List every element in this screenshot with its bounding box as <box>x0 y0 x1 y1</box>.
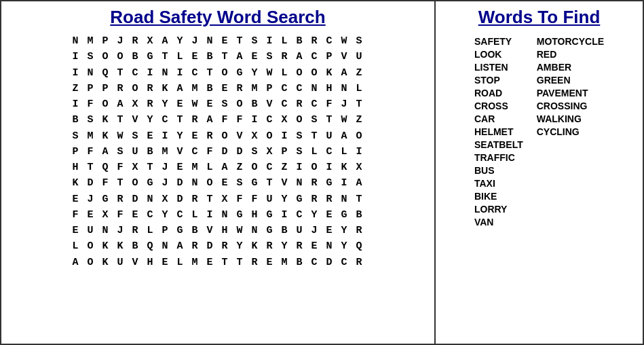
grid-cell: B <box>203 49 218 65</box>
grid-cell: T <box>173 112 188 128</box>
grid-cell: O <box>98 49 113 65</box>
grid-cell: A <box>69 255 83 270</box>
word-item: MOTORCYCLE <box>537 36 604 47</box>
grid-cell: O <box>128 175 143 191</box>
grid-cell: N <box>158 238 173 254</box>
grid-cell: X <box>98 207 113 223</box>
grid-cell: D <box>173 192 188 207</box>
grid-cell: J <box>158 160 173 175</box>
grid-cell: T <box>83 160 98 175</box>
grid-cell: J <box>113 33 128 49</box>
word-item: BIKE <box>474 191 523 202</box>
grid-cell: I <box>173 65 188 81</box>
grid-cell: J <box>158 175 173 191</box>
grid-cell: T <box>263 175 278 191</box>
grid-cell: J <box>307 223 322 238</box>
grid-cell: K <box>98 255 113 270</box>
grid-cell: R <box>292 96 307 112</box>
grid-cell: R <box>233 81 248 96</box>
grid-cell: T <box>307 128 322 144</box>
word-item: STOP <box>474 75 523 86</box>
grid-cell: I <box>248 112 263 128</box>
grid-cell: I <box>278 128 292 144</box>
grid-cell: J <box>188 33 203 49</box>
grid-cell: R <box>292 238 307 254</box>
grid-cell: R <box>263 238 278 254</box>
grid-cell: Y <box>278 192 292 207</box>
grid-cell: X <box>218 192 233 207</box>
word-item: WALKING <box>537 113 604 124</box>
grid-cell: O <box>218 128 233 144</box>
grid-cell: S <box>263 49 278 65</box>
grid-cell: R <box>322 192 337 207</box>
word-item: RED <box>537 49 604 60</box>
grid-cell: A <box>158 33 173 49</box>
word-item: CYCLING <box>537 126 604 137</box>
grid-cell: X <box>143 33 158 49</box>
grid-cell: C <box>307 49 322 65</box>
grid-row: NMPJRXAYJNETSILBRCWS <box>69 33 367 49</box>
word-item: CROSS <box>474 101 523 111</box>
grid-cell: F <box>218 112 233 128</box>
grid-cell: R <box>143 96 158 112</box>
grid-cell: G <box>337 207 352 223</box>
grid-cell: A <box>113 96 128 112</box>
grid-cell: C <box>263 160 278 175</box>
grid-cell: S <box>248 144 263 160</box>
grid-cell: E <box>307 238 322 254</box>
grid-row: LOKKBQNARDRYKRYRENYQ <box>69 238 367 254</box>
grid-cell: O <box>218 65 233 81</box>
grid-cell: B <box>188 223 203 238</box>
grid-cell: A <box>337 128 352 144</box>
grid-cell: P <box>98 81 113 96</box>
grid-cell: P <box>158 223 173 238</box>
grid-cell: B <box>143 144 158 160</box>
grid-cell: M <box>188 255 203 270</box>
grid-cell: M <box>188 160 203 175</box>
words-to-find-panel: Words To Find SAFETYLOOKLISTENSTOPROADCR… <box>436 1 643 344</box>
word-search-title: Road Safety Word Search <box>110 7 325 28</box>
grid-cell: F <box>203 144 218 160</box>
grid-cell: R <box>113 192 128 207</box>
grid-cell: R <box>128 223 143 238</box>
grid-cell: F <box>113 207 128 223</box>
grid-cell: C <box>278 96 292 112</box>
grid-cell: R <box>128 33 143 49</box>
grid-cell: N <box>69 33 83 49</box>
grid-cell: E <box>128 207 143 223</box>
grid-cell: L <box>69 238 83 254</box>
grid-cell: M <box>83 128 98 144</box>
grid-cell: Y <box>307 207 322 223</box>
grid-cell: H <box>143 255 158 270</box>
grid-cell: N <box>292 175 307 191</box>
grid-cell: H <box>248 207 263 223</box>
grid-cell: O <box>307 65 322 81</box>
grid-cell: C <box>143 207 158 223</box>
grid-cell: B <box>128 49 143 65</box>
grid-cell: F <box>248 192 263 207</box>
grid-cell: E <box>69 192 83 207</box>
grid-cell: O <box>203 175 218 191</box>
grid-cell: L <box>278 33 292 49</box>
word-item: PAVEMENT <box>537 88 604 98</box>
grid-cell: O <box>292 65 307 81</box>
grid-cell: I <box>69 96 83 112</box>
grid-cell: S <box>113 144 128 160</box>
grid-cell: S <box>248 33 263 49</box>
grid-cell: K <box>98 128 113 144</box>
grid-cell: A <box>173 81 188 96</box>
grid-cell: S <box>233 175 248 191</box>
grid-cell: G <box>263 207 278 223</box>
grid-cell: G <box>263 223 278 238</box>
grid-cell: T <box>218 255 233 270</box>
grid-cell: I <box>69 49 83 65</box>
grid-cell: D <box>322 255 337 270</box>
grid-cell: H <box>322 81 337 96</box>
grid-cell: Q <box>98 160 113 175</box>
grid-cell: F <box>98 175 113 191</box>
grid-cell: V <box>278 175 292 191</box>
grid-cell: Z <box>352 112 367 128</box>
grid-cell: E <box>322 207 337 223</box>
grid-cell: A <box>292 49 307 65</box>
grid-cell: C <box>307 255 322 270</box>
